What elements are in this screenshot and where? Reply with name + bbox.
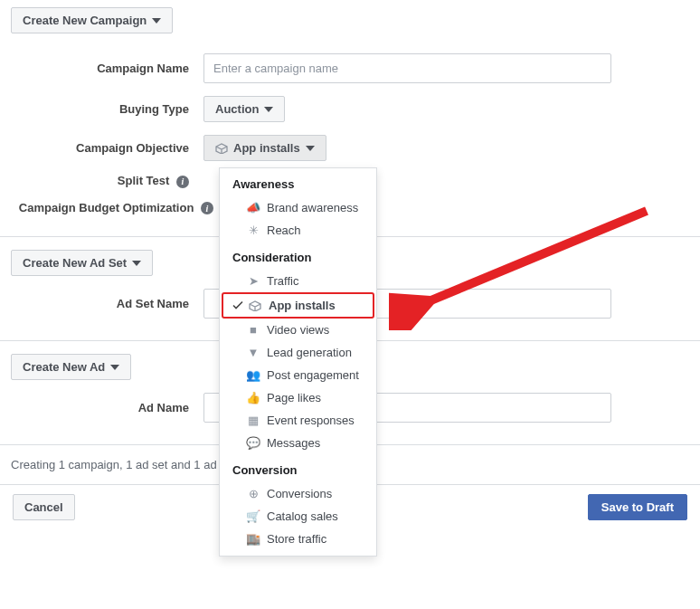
box-icon — [215, 143, 228, 154]
objective-event-responses[interactable]: ▦ Event responses — [220, 409, 376, 432]
objective-brand-awareness[interactable]: 📣 Brand awareness — [220, 196, 376, 219]
campaign-name-label: Campaign Name — [0, 62, 203, 75]
campaign-objective-label: Campaign Objective — [0, 141, 203, 155]
check-icon — [232, 299, 243, 312]
megaphone-icon: 📣 — [247, 201, 260, 214]
cursor-icon: ➤ — [247, 274, 260, 288]
objective-post-engagement[interactable]: 👥 Post engagement — [220, 364, 376, 386]
thumb-icon: 👍 — [247, 391, 260, 404]
store-icon: 🏬 — [247, 532, 260, 546]
objective-messages[interactable]: 💬 Messages — [220, 432, 376, 454]
objective-catalog-sales[interactable]: 🛒 Catalog sales — [220, 505, 376, 528]
chat-icon: 💬 — [247, 436, 260, 450]
video-icon: ■ — [247, 323, 260, 337]
objective-group-consideration: Consideration — [220, 242, 376, 270]
cart-icon: 🛒 — [247, 509, 260, 523]
objective-video-views[interactable]: ■ Video views — [220, 319, 376, 341]
objective-lead-generation[interactable]: ▼ Lead generation — [220, 341, 376, 364]
objective-dropdown: Awareness 📣 Brand awareness ✳ Reach Cons… — [219, 167, 377, 557]
create-campaign-label: Create New Campaign — [23, 14, 147, 27]
campaign-objective-value: App installs — [233, 141, 300, 155]
info-icon: i — [176, 176, 189, 188]
chevron-down-icon — [264, 107, 273, 112]
box-icon — [249, 300, 261, 311]
ad-name-label: Ad Name — [0, 401, 203, 414]
create-adset-button[interactable]: Create New Ad Set — [11, 250, 153, 276]
chevron-down-icon — [132, 261, 141, 266]
cancel-button[interactable]: Cancel — [13, 494, 75, 520]
create-ad-button[interactable]: Create New Ad — [11, 354, 131, 380]
buying-type-select[interactable]: Auction — [203, 96, 285, 122]
snowflake-icon: ✳ — [247, 224, 260, 237]
create-ad-label: Create New Ad — [23, 360, 105, 374]
campaign-name-input[interactable] — [203, 53, 611, 83]
objective-reach[interactable]: ✳ Reach — [220, 219, 376, 242]
objective-page-likes[interactable]: 👍 Page likes — [220, 386, 376, 409]
objective-store-traffic[interactable]: 🏬 Store traffic — [220, 528, 376, 550]
objective-traffic[interactable]: ➤ Traffic — [220, 270, 376, 292]
campaign-objective-select[interactable]: App installs — [203, 135, 326, 161]
adset-name-label: Ad Set Name — [0, 297, 203, 310]
people-icon: 👥 — [247, 368, 260, 382]
objective-group-awareness: Awareness — [220, 168, 376, 196]
calendar-icon: ▦ — [247, 414, 260, 427]
chevron-down-icon — [110, 365, 119, 370]
create-adset-label: Create New Ad Set — [23, 256, 127, 270]
chevron-down-icon — [306, 146, 315, 151]
budget-optimization-label: Campaign Budget Optimization i — [0, 201, 219, 215]
chevron-down-icon — [152, 18, 161, 24]
funnel-icon: ▼ — [247, 346, 260, 359]
objective-conversions[interactable]: ⊕ Conversions — [220, 482, 376, 505]
creation-summary: Creating 1 campaign, 1 ad set and 1 ad — [11, 458, 217, 471]
objective-app-installs[interactable]: App installs — [222, 292, 374, 319]
objective-group-conversion: Conversion — [220, 454, 376, 482]
globe-icon: ⊕ — [247, 487, 260, 500]
create-campaign-button[interactable]: Create New Campaign — [11, 7, 173, 33]
split-test-label: Split Test i — [0, 174, 203, 188]
save-to-draft-button[interactable]: Save to Draft — [588, 494, 687, 520]
buying-type-value: Auction — [215, 102, 259, 116]
buying-type-label: Buying Type — [0, 102, 203, 116]
info-icon: i — [201, 202, 213, 214]
